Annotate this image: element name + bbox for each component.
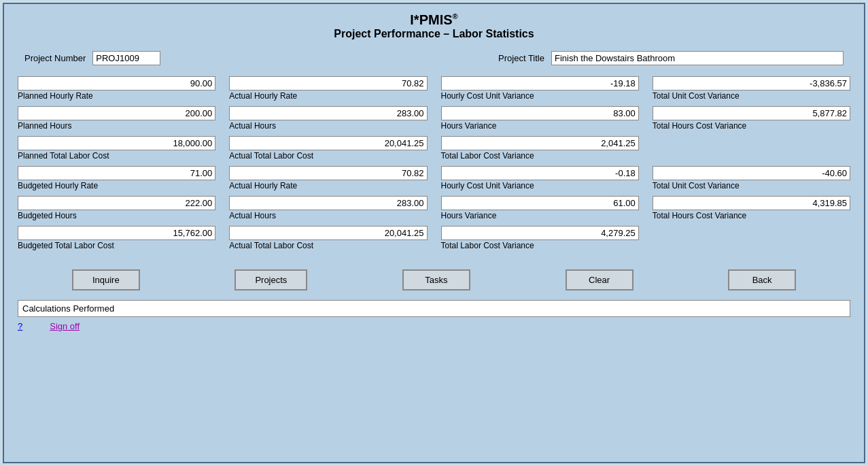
total-hours-cost-variance-input-1[interactable]	[653, 106, 850, 120]
total-labor-cost-variance-cell-1: Total Labor Cost Variance	[441, 136, 639, 165]
actual-total-labor-cost-input-2[interactable]	[229, 226, 427, 240]
total-unit-cost-variance-cell-1: Total Unit Cost Variance	[653, 76, 850, 105]
hourly-cost-unit-variance-input-1[interactable]	[441, 76, 639, 90]
planned-hours-input[interactable]	[18, 106, 215, 120]
budgeted-total-labor-cost-cell: Budgeted Total Labor Cost	[18, 226, 215, 254]
footer: ? Sign off	[4, 318, 864, 334]
inquire-button[interactable]: Inquire	[72, 269, 140, 290]
project-number-input[interactable]	[92, 51, 160, 65]
total-labor-cost-variance-label-2: Total Labor Cost Variance	[441, 241, 639, 250]
total-unit-cost-variance-cell-2: Total Unit Cost Variance	[653, 166, 850, 195]
hours-variance-cell-1: Hours Variance	[441, 106, 639, 135]
planned-hours-label: Planned Hours	[18, 121, 215, 131]
hourly-cost-unit-variance-label-1: Hourly Cost Unit Variance	[441, 91, 639, 101]
budgeted-total-labor-cost-input[interactable]	[18, 226, 215, 240]
planned-total-labor-cost-label: Planned Total Labor Cost	[18, 151, 215, 161]
status-bar	[18, 300, 850, 317]
actual-hourly-rate-input-1[interactable]	[229, 76, 427, 90]
total-unit-cost-variance-input-1[interactable]	[653, 76, 850, 90]
actual-hours-label-1: Actual Hours	[229, 121, 427, 131]
data-grid: Planned Hourly Rate Actual Hourly Rate H…	[4, 72, 864, 260]
hours-variance-cell-2: Hours Variance	[441, 196, 639, 224]
project-number-label: Project Number	[24, 53, 86, 63]
total-labor-cost-variance-label-1: Total Labor Cost Variance	[441, 151, 639, 161]
actual-hourly-rate-cell-2: Actual Hourly Rate	[229, 166, 427, 195]
total-hours-cost-variance-label-2: Total Hours Cost Variance	[653, 211, 850, 220]
budgeted-hours-cell: Budgeted Hours	[18, 196, 215, 224]
buttons-row: Inquire Projects Tasks Clear Back	[4, 263, 864, 297]
hours-variance-label-1: Hours Variance	[441, 121, 639, 131]
actual-hours-input-2[interactable]	[229, 196, 427, 210]
clear-button[interactable]: Clear	[566, 269, 633, 290]
actual-hourly-rate-label-1: Actual Hourly Rate	[229, 91, 427, 101]
planned-hourly-rate-cell: Planned Hourly Rate	[18, 76, 215, 105]
budgeted-hours-label: Budgeted Hours	[18, 211, 215, 220]
actual-hours-cell-2: Actual Hours	[229, 196, 427, 224]
page-subtitle: Project Performance – Labor Statistics	[4, 28, 864, 40]
back-button[interactable]: Back	[728, 269, 796, 290]
total-hours-cost-variance-input-2[interactable]	[653, 196, 850, 210]
planned-total-labor-cost-input[interactable]	[18, 136, 215, 150]
total-labor-cost-variance-input-2[interactable]	[441, 226, 639, 240]
actual-total-labor-cost-label-1: Actual Total Labor Cost	[229, 151, 427, 161]
hourly-cost-unit-variance-input-2[interactable]	[441, 166, 639, 180]
budgeted-hourly-rate-label: Budgeted Hourly Rate	[18, 181, 215, 190]
actual-hourly-rate-label-2: Actual Hourly Rate	[229, 181, 427, 190]
hours-variance-label-2: Hours Variance	[441, 211, 639, 220]
actual-hours-input-1[interactable]	[229, 106, 427, 120]
planned-hourly-rate-label: Planned Hourly Rate	[18, 91, 215, 101]
total-unit-cost-variance-label-1: Total Unit Cost Variance	[653, 91, 850, 101]
project-info-section: Project Number Project Title	[4, 44, 864, 72]
empty-cell-1	[653, 136, 850, 165]
actual-hourly-rate-cell-1: Actual Hourly Rate	[229, 76, 427, 105]
actual-hours-cell-1: Actual Hours	[229, 106, 427, 135]
hours-variance-input-2[interactable]	[441, 196, 639, 210]
hourly-cost-unit-variance-cell-2: Hourly Cost Unit Variance	[441, 166, 639, 195]
budgeted-hourly-rate-cell: Budgeted Hourly Rate	[18, 166, 215, 195]
page-header: I*PMIS® Project Performance – Labor Stat…	[4, 4, 864, 44]
planned-hourly-rate-input[interactable]	[18, 76, 215, 90]
project-title-label: Project Title	[498, 53, 544, 63]
budgeted-total-labor-cost-label: Budgeted Total Labor Cost	[18, 241, 215, 250]
status-input[interactable]	[18, 300, 850, 317]
budgeted-hours-input[interactable]	[18, 196, 215, 210]
total-labor-cost-variance-cell-2: Total Labor Cost Variance	[441, 226, 639, 254]
hourly-cost-unit-variance-label-2: Hourly Cost Unit Variance	[441, 181, 639, 190]
total-labor-cost-variance-input-1[interactable]	[441, 136, 639, 150]
total-hours-cost-variance-cell-1: Total Hours Cost Variance	[653, 106, 850, 135]
projects-button[interactable]: Projects	[235, 269, 307, 290]
total-hours-cost-variance-cell-2: Total Hours Cost Variance	[653, 196, 850, 224]
actual-total-labor-cost-cell-1: Actual Total Labor Cost	[229, 136, 427, 165]
actual-total-labor-cost-input-1[interactable]	[229, 136, 427, 150]
total-unit-cost-variance-input-2[interactable]	[653, 166, 850, 180]
tasks-button[interactable]: Tasks	[402, 269, 470, 290]
signoff-link[interactable]: Sign off	[50, 321, 80, 331]
hours-variance-input-1[interactable]	[441, 106, 639, 120]
app-title: I*PMIS®	[4, 12, 864, 28]
help-link[interactable]: ?	[18, 321, 22, 331]
planned-total-labor-cost-cell: Planned Total Labor Cost	[18, 136, 215, 165]
actual-total-labor-cost-label-2: Actual Total Labor Cost	[229, 241, 427, 250]
total-unit-cost-variance-label-2: Total Unit Cost Variance	[653, 181, 850, 190]
total-hours-cost-variance-label-1: Total Hours Cost Variance	[653, 121, 850, 131]
project-title-input[interactable]	[551, 51, 844, 65]
actual-hours-label-2: Actual Hours	[229, 211, 427, 220]
budgeted-hourly-rate-input[interactable]	[18, 166, 215, 180]
actual-hourly-rate-input-2[interactable]	[229, 166, 427, 180]
actual-total-labor-cost-cell-2: Actual Total Labor Cost	[229, 226, 427, 254]
hourly-cost-unit-variance-cell-1: Hourly Cost Unit Variance	[441, 76, 639, 105]
empty-cell-2	[653, 226, 850, 254]
planned-hours-cell: Planned Hours	[18, 106, 215, 135]
